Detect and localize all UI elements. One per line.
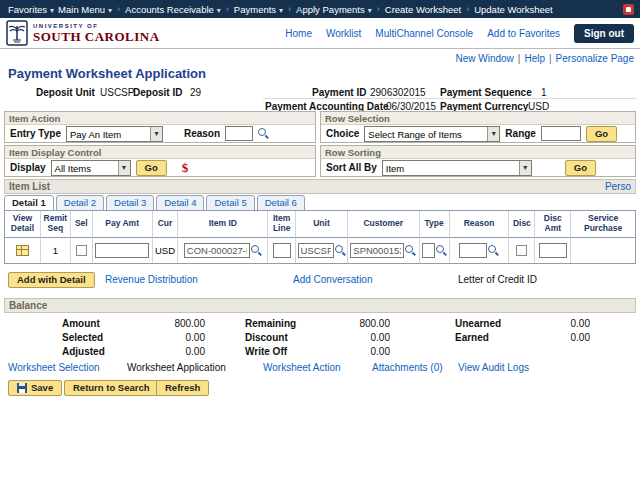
deposit-unit-label: Deposit Unit <box>36 87 95 98</box>
add-to-favorites-link[interactable]: Add to Favorites <box>487 28 560 39</box>
view-detail-icon[interactable] <box>16 245 29 256</box>
col-service-purchase: Service Purchase <box>571 211 635 238</box>
unit-lookup-icon[interactable] <box>335 245 346 256</box>
save-disk-icon <box>17 383 27 393</box>
new-window-link[interactable]: New Window <box>455 53 513 64</box>
link-separator <box>549 53 552 64</box>
customer-lookup-icon[interactable] <box>405 245 416 256</box>
sort-go-button[interactable]: Go <box>565 160 596 176</box>
remit-seq-value: 1 <box>53 245 58 256</box>
item-list-grid: View Detail Remit Seq Sel Pay Amt Cur It… <box>4 210 636 264</box>
col-cur: Cur <box>153 211 179 238</box>
earned-label: Earned <box>455 332 489 343</box>
home-link[interactable]: Home <box>285 28 312 39</box>
table-row: 1 USD <box>5 238 635 263</box>
nav-apply-payments[interactable]: Apply Payments <box>296 4 372 15</box>
attachments-link[interactable]: Attachments (0) <box>372 362 443 373</box>
col-remit-seq: Remit Seq <box>41 211 71 238</box>
detail-tabs: Detail 1 Detail 2 Detail 3 Detail 4 Deta… <box>4 195 305 211</box>
revenue-distribution-link[interactable]: Revenue Distribution <box>105 274 198 285</box>
discount-label: Discount <box>245 332 288 343</box>
chevron-down-icon <box>487 127 499 141</box>
nav-payments[interactable]: Payments <box>234 4 283 15</box>
save-button[interactable]: Save <box>8 380 62 396</box>
refresh-button[interactable]: Refresh <box>156 380 209 396</box>
payment-sequence-value: 1 <box>541 87 547 98</box>
grid-header-row: View Detail Remit Seq Sel Pay Amt Cur It… <box>5 211 635 238</box>
view-audit-logs-link[interactable]: View Audit Logs <box>458 362 529 373</box>
adjusted-value: 0.00 <box>150 346 205 357</box>
type-input[interactable] <box>422 243 435 258</box>
letter-of-credit-label: Letter of Credit ID <box>458 274 537 285</box>
nav-main-menu[interactable]: Main Menu <box>58 4 112 15</box>
range-label: Range <box>505 128 536 139</box>
disc-checkbox[interactable] <box>516 245 527 256</box>
nav-create-worksheet[interactable]: Create Worksheet <box>385 4 461 15</box>
nav-favorites[interactable]: Favorites <box>8 4 54 15</box>
tab-detail-5[interactable]: Detail 5 <box>206 195 254 211</box>
disc-amt-input[interactable] <box>539 243 567 258</box>
reason-lookup-icon[interactable] <box>258 128 269 139</box>
app-header: UNIVERSITY OF SOUTH CAROLINA Home Workli… <box>0 18 640 49</box>
usc-wordmark: UNIVERSITY OF SOUTH CAROLINA <box>33 23 160 43</box>
row-sorting-title: Row Sorting <box>321 146 635 159</box>
tab-detail-2[interactable]: Detail 2 <box>56 195 104 211</box>
range-input[interactable] <box>541 126 581 141</box>
chevron-down-icon <box>118 161 130 175</box>
multichannel-console-link[interactable]: MultiChannel Console <box>375 28 473 39</box>
adjusted-label: Adjusted <box>62 346 105 357</box>
breadcrumb-separator-icon <box>226 4 229 14</box>
pay-amt-input[interactable] <box>95 243 149 258</box>
amount-value: 800.00 <box>150 318 205 329</box>
personalize-link[interactable]: Perso <box>605 180 631 193</box>
personalize-page-link[interactable]: Personalize Page <box>556 53 634 64</box>
item-display-control-section: Item Display Control Display All Items G… <box>4 145 316 177</box>
tab-detail-1[interactable]: Detail 1 <box>4 195 54 211</box>
entry-type-value: Pay An Item <box>67 127 150 141</box>
item-id-input[interactable] <box>184 243 250 258</box>
sel-checkbox[interactable] <box>76 245 87 256</box>
reason-input[interactable] <box>225 126 253 141</box>
nav-notification-icon[interactable] <box>623 4 634 15</box>
add-with-detail-button[interactable]: Add with Detail <box>8 272 95 288</box>
display-go-button[interactable]: Go <box>136 160 167 176</box>
row-selection-go-button[interactable]: Go <box>586 126 617 142</box>
page-utility-links: New Window Help Personalize Page <box>455 53 634 64</box>
help-link[interactable]: Help <box>524 53 545 64</box>
item-list-title: Item List <box>9 180 50 193</box>
sort-all-by-select[interactable]: Item <box>382 160 532 176</box>
tab-detail-4[interactable]: Detail 4 <box>156 195 204 211</box>
add-conversation-link[interactable]: Add Conversation <box>293 274 373 285</box>
row-reason-input[interactable] <box>459 243 487 258</box>
sign-out-button[interactable]: Sign out <box>574 24 634 43</box>
tab-detail-3[interactable]: Detail 3 <box>106 195 154 211</box>
col-customer: Customer <box>348 211 420 238</box>
unearned-value: 0.00 <box>528 318 590 329</box>
customer-input[interactable] <box>350 243 404 258</box>
breadcrumb-separator-icon <box>288 4 291 14</box>
entry-type-select[interactable]: Pay An Item <box>66 126 163 142</box>
discount-value: 0.00 <box>330 332 390 343</box>
item-line-input[interactable] <box>273 243 291 258</box>
link-separator <box>518 53 521 64</box>
item-id-lookup-icon[interactable] <box>251 245 262 256</box>
currency-conversion-icon[interactable] <box>182 160 189 176</box>
nav-update-worksheet[interactable]: Update Worksheet <box>474 4 553 15</box>
amount-label: Amount <box>62 318 100 329</box>
col-item-id: Item ID <box>178 211 268 238</box>
type-lookup-icon[interactable] <box>436 245 447 256</box>
payment-sequence-label: Payment Sequence <box>440 87 532 98</box>
worksheet-selection-link[interactable]: Worksheet Selection <box>8 362 100 373</box>
breadcrumb-separator-icon <box>377 4 380 14</box>
item-action-section: Item Action Entry Type Pay An Item Reaso… <box>4 111 316 143</box>
nav-accounts-receivable[interactable]: Accounts Receivable <box>125 4 221 15</box>
chevron-down-icon <box>519 161 531 175</box>
worksheet-action-link[interactable]: Worksheet Action <box>263 362 341 373</box>
worklist-link[interactable]: Worklist <box>326 28 361 39</box>
choice-select[interactable]: Select Range of Items <box>364 126 500 142</box>
unit-input[interactable] <box>298 243 334 258</box>
display-select[interactable]: All Items <box>51 160 131 176</box>
return-to-search-button[interactable]: Return to Search <box>64 380 159 396</box>
row-reason-lookup-icon[interactable] <box>488 245 499 256</box>
tab-detail-6[interactable]: Detail 6 <box>257 195 305 211</box>
